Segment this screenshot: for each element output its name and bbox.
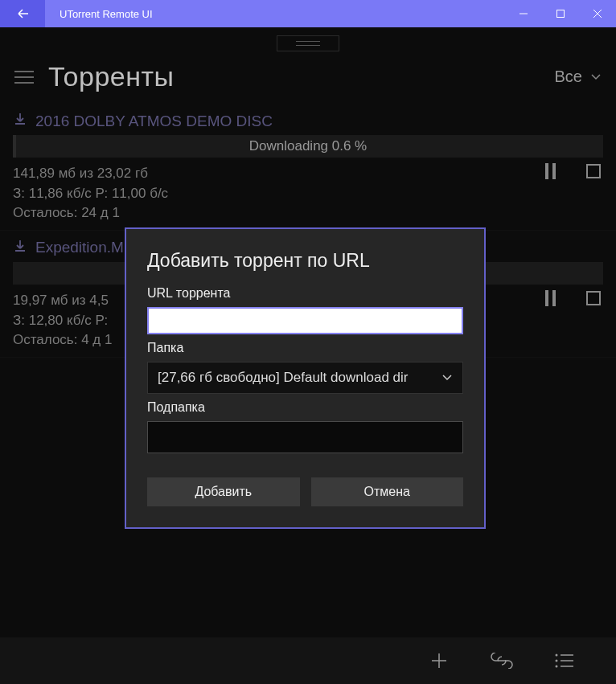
speed-line: З: 11,86 кб/с Р: 11,00 б/с <box>13 184 603 204</box>
filter-label: Все <box>555 68 582 86</box>
subfolder-label: Подпапка <box>147 400 463 415</box>
stop-icon <box>586 164 601 178</box>
window-titlebar: UTorrent Remote UI <box>0 0 616 27</box>
window-minimize-button[interactable] <box>505 0 542 27</box>
torrent-row[interactable]: 2016 DOLBY ATMOS DEMO DISC Downloading 0… <box>0 104 616 231</box>
pause-icon <box>545 290 556 306</box>
window-close-button[interactable] <box>579 0 616 27</box>
download-icon <box>13 239 27 257</box>
stop-icon <box>586 291 601 305</box>
torrent-name: 2016 DOLBY ATMOS DEMO DISC <box>35 113 273 130</box>
chevron-down-icon <box>441 372 453 383</box>
url-label: URL торрента <box>147 286 463 301</box>
chevron-down-icon <box>590 72 602 83</box>
stop-button[interactable] <box>584 162 603 181</box>
svg-point-1 <box>556 654 558 657</box>
drag-handle[interactable] <box>277 35 339 51</box>
link-button[interactable] <box>491 649 513 672</box>
torrent-name: Expedition.M <box>35 239 124 256</box>
download-icon <box>13 112 27 130</box>
add-confirm-button[interactable]: Добавить <box>147 477 300 506</box>
svg-point-2 <box>556 660 558 662</box>
hamburger-menu-button[interactable] <box>14 68 34 87</box>
progress-label: Downloading 0.6 % <box>249 138 367 154</box>
subfolder-input[interactable] <box>147 421 463 453</box>
list-button[interactable] <box>553 649 576 672</box>
pause-icon <box>545 163 556 179</box>
stop-button[interactable] <box>584 289 603 308</box>
app-body: Торренты Все 2016 DOLBY ATMOS DEMO DISC … <box>0 27 616 684</box>
folder-label: Папка <box>147 341 463 355</box>
folder-select[interactable]: [27,66 гб свободно] Default download dir <box>147 362 463 394</box>
drag-lines-icon <box>296 41 320 46</box>
bottom-toolbar <box>0 637 616 684</box>
dialog-title: Добавить торрент по URL <box>147 250 463 272</box>
progress-bar: Downloading 0.6 % <box>13 135 603 158</box>
back-button[interactable] <box>0 0 45 27</box>
window-title: UTorrent Remote UI <box>45 8 505 20</box>
filter-dropdown[interactable]: Все <box>555 68 602 86</box>
cancel-button[interactable]: Отмена <box>311 477 464 506</box>
eta-line: Осталось: 24 д 1 <box>13 203 603 223</box>
pause-button[interactable] <box>540 289 560 308</box>
svg-point-3 <box>556 666 558 668</box>
torrent-stats: 141,89 мб из 23,02 гб З: 11,86 кб/с Р: 1… <box>13 164 603 223</box>
window-maximize-button[interactable] <box>542 0 579 27</box>
add-url-dialog: Добавить торрент по URL URL торрента Пап… <box>125 227 486 529</box>
size-line: 141,89 мб из 23,02 гб <box>13 164 603 184</box>
url-input[interactable] <box>147 307 463 334</box>
svg-rect-0 <box>557 10 565 18</box>
page-title: Торренты <box>48 61 555 92</box>
add-button[interactable] <box>428 649 450 672</box>
pause-button[interactable] <box>540 162 560 181</box>
folder-selected-value: [27,66 гб свободно] Default download dir <box>158 370 408 386</box>
